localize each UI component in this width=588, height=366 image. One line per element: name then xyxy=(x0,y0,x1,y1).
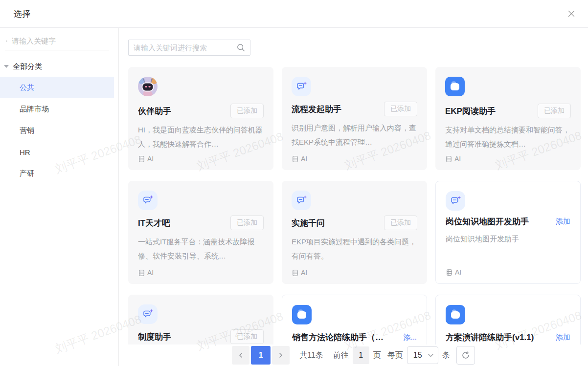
card-description: 支持对单文档的总结摘要和智能问答，通过问答准确提炼文档… xyxy=(445,123,571,151)
card-title: IT天才吧 xyxy=(138,217,170,229)
goto-page-input[interactable] xyxy=(353,346,369,364)
ai-tag: AI xyxy=(138,269,154,277)
refresh-button[interactable] xyxy=(456,346,475,365)
goto-label: 前往 xyxy=(333,350,349,361)
sidebar-item-2[interactable]: 营销 xyxy=(0,120,114,141)
dialog-body: 全部分类 公共品牌市场营销HR产研 伙伴助手已添加HI，我是面向蓝凌生态伙伴的问… xyxy=(0,28,588,366)
sidebar-search[interactable] xyxy=(5,35,109,50)
assistant-card-3[interactable]: IT天才吧已添加一站式IT服务平台：涵盖技术故障报修、软件安装引导、系统…AI xyxy=(128,181,273,284)
dialog-header: 选择 xyxy=(0,0,588,28)
knowledge-base-icon xyxy=(292,269,299,277)
search-icon xyxy=(6,37,7,45)
next-page-button[interactable] xyxy=(272,346,290,365)
category-sidebar: 全部分类 公共品牌市场营销HR产研 xyxy=(0,28,119,366)
sidebar-item-0[interactable]: 公共 xyxy=(0,77,114,98)
ai-tag-label: AI xyxy=(147,155,154,163)
main-panel: 伙伴助手已添加HI，我是面向蓝凌生态伙伴的问答机器人，我能快速解答合作…AI流程… xyxy=(119,28,588,366)
category-root[interactable]: 全部分类 xyxy=(0,61,118,72)
card-title: 流程发起助手 xyxy=(292,104,341,115)
ai-tag: AI xyxy=(445,155,461,163)
ai-tag-label: AI xyxy=(455,268,461,276)
document-assistant-icon xyxy=(292,305,312,324)
ai-tag-label: AI xyxy=(301,155,307,163)
added-button[interactable]: 已添加 xyxy=(384,102,417,116)
ai-tag: AI xyxy=(138,155,154,163)
add-link[interactable]: 添加 xyxy=(556,333,570,342)
keyword-search[interactable] xyxy=(128,40,250,56)
added-button[interactable]: 已添加 xyxy=(384,215,417,230)
card-title: 制度助手 xyxy=(138,331,171,343)
added-button[interactable]: 已添加 xyxy=(230,104,264,118)
assistant-card-4[interactable]: 实施千问已添加EKP项目实施过程中遇到的各类问题，有问有答。AI xyxy=(282,181,427,284)
category-items: 公共品牌市场营销HR产研 xyxy=(0,77,118,184)
chevron-down-icon xyxy=(428,354,433,357)
ai-tag: AI xyxy=(292,155,307,163)
sidebar-item-4[interactable]: 产研 xyxy=(0,163,114,184)
document-assistant-icon xyxy=(446,305,465,324)
page-unit-label: 页 xyxy=(373,350,381,361)
select-dialog: 选择 全部分类 公共品牌市场营销HR产研 xyxy=(0,0,588,366)
chevron-left-icon xyxy=(238,352,244,358)
pager-group: 1 xyxy=(232,346,290,365)
card-title: EKP阅读助手 xyxy=(445,106,496,117)
assistant-card-5[interactable]: 岗位知识地图开发助手添加岗位知识地图开发助手AI xyxy=(435,181,581,284)
card-title: 方案演讲陪练助手(v1.1) xyxy=(446,332,534,343)
ai-tag: AI xyxy=(292,269,307,277)
per-page-label: 每页 xyxy=(387,350,403,361)
add-link[interactable]: 添... xyxy=(403,333,417,342)
ai-tag-label: AI xyxy=(454,155,461,163)
add-link[interactable]: 添加 xyxy=(556,217,570,226)
ai-tag-label: AI xyxy=(147,269,154,277)
chat-assistant-icon xyxy=(138,304,158,324)
chevron-right-icon xyxy=(278,352,284,358)
card-title: 岗位知识地图开发助手 xyxy=(446,216,529,227)
ai-tag: AI xyxy=(446,268,461,276)
chat-assistant-icon xyxy=(446,191,465,211)
document-assistant-icon xyxy=(445,77,465,96)
search-icon[interactable] xyxy=(237,43,245,52)
ai-tag-label: AI xyxy=(301,269,307,277)
added-button[interactable]: 已添加 xyxy=(230,215,264,230)
card-title: 实施千问 xyxy=(292,217,325,229)
card-description: 一站式IT服务平台：涵盖技术故障报修、软件安装引导、系统… xyxy=(138,235,264,263)
prev-page-button[interactable] xyxy=(232,346,249,365)
category-tree: 全部分类 公共品牌市场营销HR产研 xyxy=(0,61,118,184)
refresh-icon xyxy=(461,351,470,360)
chat-assistant-icon xyxy=(138,191,158,210)
chat-assistant-icon xyxy=(292,77,311,96)
added-button[interactable]: 已添加 xyxy=(230,329,264,344)
robot-avatar xyxy=(138,77,158,96)
knowledge-base-icon xyxy=(292,155,299,163)
total-count-text: 共11条 xyxy=(299,350,323,361)
close-icon[interactable] xyxy=(565,8,577,20)
assistant-card-0[interactable]: 伙伴助手已添加HI，我是面向蓝凌生态伙伴的问答机器人，我能快速解答合作…AI xyxy=(128,67,273,170)
added-button[interactable]: 已添加 xyxy=(538,104,571,118)
knowledge-base-icon xyxy=(138,155,145,163)
card-description: 识别用户意图，解析用户输入内容，查找EKP系统中流程管理… xyxy=(292,121,417,149)
card-description: EKP项目实施过程中遇到的各类问题，有问有答。 xyxy=(292,235,417,263)
knowledge-base-icon xyxy=(445,155,452,163)
sidebar-search-input[interactable] xyxy=(12,37,109,45)
pagination-bar: 1 共11条 前往 页 每页 15 xyxy=(119,344,588,366)
knowledge-base-icon xyxy=(446,269,453,276)
page-size-select[interactable]: 15 xyxy=(407,346,438,364)
card-description: 岗位知识地图开发助手 xyxy=(446,232,570,246)
card-description: HI，我是面向蓝凌生态伙伴的问答机器人，我能快速解答合作… xyxy=(138,123,264,151)
assistant-card-2[interactable]: EKP阅读助手已添加支持对单文档的总结摘要和智能问答，通过问答准确提炼文档…AI xyxy=(435,67,581,170)
sidebar-item-1[interactable]: 品牌市场 xyxy=(0,98,114,120)
keyword-search-input[interactable] xyxy=(134,43,237,52)
category-root-label: 全部分类 xyxy=(13,62,42,71)
chat-assistant-icon xyxy=(292,191,311,210)
sidebar-item-3[interactable]: HR xyxy=(0,141,114,163)
assistant-card-1[interactable]: 流程发起助手已添加识别用户意图，解析用户输入内容，查找EKP系统中流程管理…AI xyxy=(282,67,427,170)
card-title: 销售方法论陪练助手（新… xyxy=(292,332,390,343)
current-page-button[interactable]: 1 xyxy=(251,346,271,365)
chevron-down-icon xyxy=(4,65,9,68)
card-title: 伙伴助手 xyxy=(138,106,171,117)
per-page-unit-label: 条 xyxy=(442,350,450,361)
knowledge-base-icon xyxy=(138,269,145,277)
card-grid: 伙伴助手已添加HI，我是面向蓝凌生态伙伴的问答机器人，我能快速解答合作…AI流程… xyxy=(128,67,588,366)
dialog-title: 选择 xyxy=(14,8,30,20)
page-size-value: 15 xyxy=(413,351,422,360)
